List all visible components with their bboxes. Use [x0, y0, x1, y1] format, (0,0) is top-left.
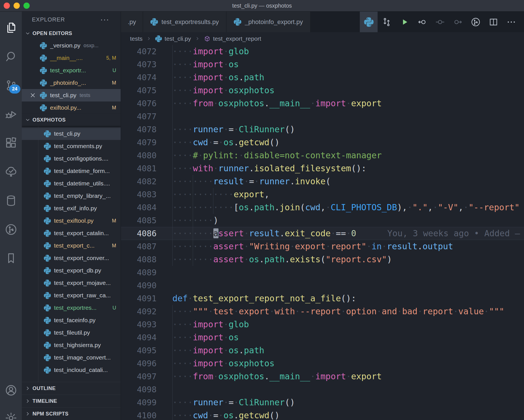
code-line[interactable]: 4078····runner·=·CliRunner() [121, 123, 524, 136]
code-line[interactable]: 4100····cwd·=·os.getcwd() [121, 409, 524, 420]
code-line[interactable]: 4073····import·os [121, 58, 524, 71]
compare-changes-button[interactable] [378, 12, 395, 32]
tree-item[interactable]: test_fileutil.py [22, 326, 121, 339]
project-section-header[interactable]: OSXPHOTOS [22, 114, 121, 126]
tree-item[interactable]: test_export_conver... [22, 252, 121, 264]
code-line[interactable]: 4072····import·glob [121, 45, 524, 58]
tree-item[interactable]: test_configoptions.... [22, 152, 121, 165]
code-line[interactable]: 4095····import·os.path [121, 344, 524, 357]
code-line[interactable]: 4094····import·os [121, 331, 524, 344]
reverse-continue-button[interactable] [413, 12, 431, 32]
code-token: os [229, 345, 239, 355]
tree-item[interactable]: test_empty_library_... [22, 190, 121, 202]
python-interpreter-button[interactable] [360, 12, 378, 32]
tree-item[interactable]: test_export_c...M [22, 239, 121, 252]
tree-item[interactable]: test_exiftool.pyM [22, 215, 121, 227]
run-python-file-button[interactable] [395, 12, 413, 32]
activity-item-settings[interactable] [0, 404, 22, 420]
code-token: == [336, 228, 346, 238]
code-line[interactable]: 4081····with·runner.isolated_filesystem(… [121, 162, 524, 175]
close-button[interactable] [4, 3, 10, 9]
code-line[interactable]: 4079····cwd·=·os.getcwd() [121, 136, 524, 149]
section-header-npm-scripts[interactable]: NPM SCRIPTS [22, 407, 121, 420]
code-line[interactable]: 4083············export, [121, 188, 524, 201]
code-line[interactable]: 4090 [121, 279, 524, 292]
tree-item[interactable]: test_export_mojave... [22, 277, 121, 289]
code-line[interactable]: 4084············[os.path.join(cwd,·CLI_P… [121, 201, 524, 214]
tree-item[interactable]: test_export_catalin... [22, 227, 121, 239]
activity-item-bookmarks[interactable] [0, 244, 22, 273]
code-line[interactable]: 4099····runner·=·CliRunner() [121, 396, 524, 409]
minimize-button[interactable] [14, 3, 20, 9]
tab--photoinfo-export-py[interactable]: _photoinfo_export.py [226, 12, 311, 32]
code-line[interactable]: 4074····import·os.path [121, 71, 524, 84]
code-line[interactable]: 4092····"""·test·export·with·--report·op… [121, 305, 524, 318]
code-line[interactable]: 4080····#·pylint:·disable=not-context-ma… [121, 149, 524, 162]
activity-item-test-explorer[interactable] [0, 157, 22, 186]
code-line[interactable]: 4096····import·osxphotos [121, 357, 524, 370]
breadcrumb-item[interactable]: tests [130, 35, 142, 42]
code-line[interactable]: 4087········assert·"Writing·export·repor… [121, 240, 524, 253]
run-above-button[interactable] [449, 12, 467, 32]
code-line[interactable]: 4098 [121, 383, 524, 396]
code-editor[interactable]: 4072····import·glob4073····import·os4074… [121, 45, 524, 420]
activity-item-accounts[interactable] [0, 376, 22, 404]
activity-item-database[interactable] [0, 186, 22, 215]
tab--py[interactable]: .py [121, 12, 143, 32]
tree-item[interactable]: test_comments.py [22, 140, 121, 152]
activity-item-extensions[interactable] [0, 129, 22, 157]
run-below-button[interactable] [431, 12, 449, 32]
git-status-badge: M [112, 243, 121, 249]
git-graph-button[interactable] [467, 12, 484, 32]
tree-item[interactable]: test_exif_info.py [22, 202, 121, 215]
breadcrumb-item[interactable]: test_cli.py [155, 35, 191, 42]
tree-item[interactable]: test_exportres...U [22, 302, 121, 314]
activity-item-run-and-debug[interactable] [0, 100, 22, 129]
code-line[interactable]: 4097····from·osxphotos.__main__·import·e… [121, 370, 524, 383]
more-actions-button[interactable] [502, 12, 520, 32]
code-line[interactable]: 4082········result·=·runner.invoke( [121, 175, 524, 188]
activity-item-source-control[interactable]: 24 [0, 71, 22, 100]
circle-branch-icon [471, 17, 481, 27]
code-line[interactable]: 4093····import·glob [121, 318, 524, 331]
split-editor-button[interactable] [484, 12, 502, 32]
code-line[interactable]: 4088········assert·os.path.exists("repor… [121, 253, 524, 266]
close-icon[interactable] [29, 92, 36, 99]
code-line[interactable]: 4085········) [121, 214, 524, 227]
tree-item[interactable]: test_export_raw_ca... [22, 289, 121, 302]
section-header-timeline[interactable]: TIMELINE [22, 395, 121, 407]
tree-item[interactable]: test_datetime_utils.... [22, 177, 121, 190]
tree-item[interactable]: test_cli.py [22, 127, 121, 140]
tree-item[interactable]: test_image_convert... [22, 351, 121, 364]
code-line[interactable]: 4075····import·osxphotos [121, 84, 524, 97]
code-line[interactable]: 4091def·test_export_report_not_a_file(): [121, 292, 524, 305]
open-editor-item[interactable]: _version.pyosxp... [22, 39, 121, 52]
code-token: · [397, 306, 402, 316]
code-line[interactable]: 4086········assert·result.exit_code·==·0… [121, 227, 524, 240]
section-header-outline[interactable]: OUTLINE [22, 382, 121, 395]
code-line[interactable]: 4077 [121, 110, 524, 123]
code-line[interactable]: 4076····from·osxphotos.__main__·import·e… [121, 97, 524, 110]
tab-test-exportresults-py[interactable]: test_exportresults.py [143, 12, 226, 32]
activity-item-search[interactable] [0, 42, 22, 71]
tree-item[interactable]: test_faceinfo.py [22, 314, 121, 326]
zoom-button[interactable] [23, 3, 30, 9]
tree-item[interactable]: test_export_db.py [22, 264, 121, 277]
code-token: value [458, 306, 484, 316]
open-editor-item[interactable]: exiftool.py...M [22, 101, 121, 114]
tree-item[interactable]: test_highsierra.py [22, 339, 121, 351]
open-editor-item[interactable]: _photoinfo_...M [22, 77, 121, 89]
activity-item-explorer[interactable] [0, 13, 22, 42]
code-token: "report.csv" [326, 254, 387, 264]
open-editor-item[interactable]: test_cli.pytests [22, 89, 121, 101]
open-editor-item[interactable]: __main__....5, M [22, 52, 121, 64]
code-token: · [224, 85, 229, 95]
sidebar-more-actions-icon[interactable]: ··· [100, 15, 109, 24]
tree-item[interactable]: test_incloud_catali... [22, 364, 121, 376]
tree-item[interactable]: test_datetime_form... [22, 165, 121, 177]
activity-item-gitlens[interactable] [0, 215, 22, 244]
open-editors-header[interactable]: OPEN EDITORS [22, 27, 121, 39]
open-editor-item[interactable]: test_exportr...U [22, 64, 121, 77]
code-line[interactable]: 4089 [121, 266, 524, 279]
breadcrumb-item[interactable]: test_export_report [204, 35, 261, 42]
